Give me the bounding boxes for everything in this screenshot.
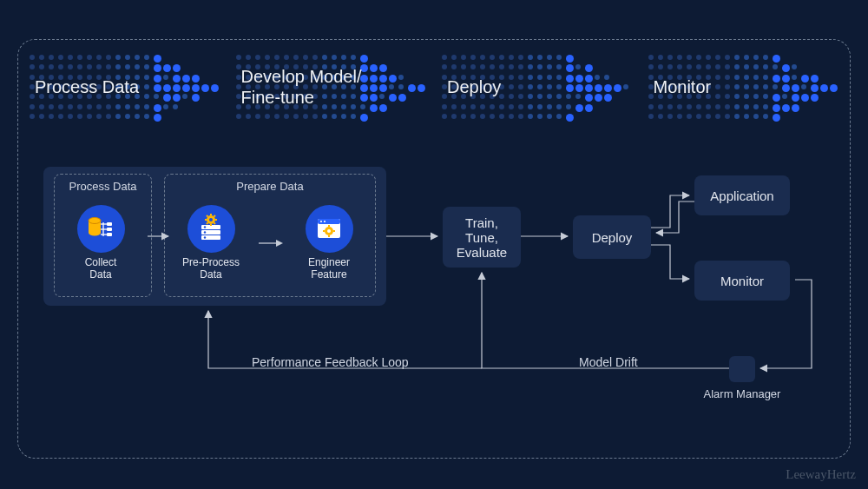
preprocess-data-node: Pre-ProcessData: [172, 205, 250, 281]
performance-feedback-loop-label: Performance Feedback Loop: [252, 355, 409, 369]
svg-line-24: [214, 215, 216, 217]
box-label: Monitor: [720, 274, 764, 288]
server-gear-icon: [187, 205, 235, 253]
svg-point-14: [204, 236, 206, 238]
node-label: Pre-ProcessData: [182, 256, 240, 281]
svg-point-32: [327, 229, 331, 233]
deploy-box: Deploy: [573, 215, 651, 259]
group-body: CollectData: [62, 196, 144, 289]
stage-label: Monitor: [654, 76, 712, 97]
svg-line-22: [214, 223, 216, 225]
model-drift-label: Model Drift: [579, 355, 638, 369]
stage-process-data: Process Data: [26, 52, 224, 122]
svg-rect-7: [107, 228, 112, 231]
svg-point-16: [209, 218, 213, 221]
svg-point-29: [320, 221, 322, 222]
stage-label: Deploy: [447, 76, 501, 97]
svg-rect-6: [107, 222, 112, 226]
alarm-manager-label: Alarm Manager: [694, 387, 790, 400]
node-label: EngineerFeature: [308, 256, 350, 281]
application-box: Application: [694, 175, 790, 215]
database-icon: [77, 205, 125, 253]
box-label: Deploy: [592, 230, 633, 245]
svg-point-13: [204, 231, 206, 233]
group-title: Prepare Data: [172, 178, 368, 196]
watermark: LeewayHertz: [786, 467, 856, 482]
collect-data-node: CollectData: [62, 205, 140, 281]
collect-data-group: Process Data: [54, 174, 152, 297]
stage-label: Develop Model/Fine-tune: [241, 66, 362, 108]
stage-deploy: Deploy: [438, 52, 636, 122]
svg-line-23: [207, 223, 208, 225]
stage-monitor: Monitor: [645, 52, 843, 122]
monitor-box: Monitor: [694, 261, 790, 301]
box-label: Train,Tune,Evaluate: [457, 215, 507, 260]
stage-label: Process Data: [35, 76, 139, 97]
stage-develop-model: Develop Model/Fine-tune: [233, 52, 431, 122]
prepare-data-group: Prepare Data: [164, 174, 376, 297]
stage-header-row: Process Data Develop Model/Fine-tune Dep…: [26, 52, 842, 122]
group-title: Process Data: [62, 178, 144, 196]
process-data-container: Process Data: [43, 167, 386, 306]
svg-marker-26: [276, 240, 283, 247]
group-body: Pre-ProcessData: [172, 196, 368, 289]
svg-line-21: [207, 215, 208, 217]
svg-point-12: [204, 226, 206, 228]
browser-gear-icon: [306, 205, 353, 253]
train-tune-evaluate-box: Train,Tune,Evaluate: [443, 207, 521, 268]
svg-rect-8: [107, 233, 112, 236]
node-label: CollectData: [85, 256, 117, 281]
box-label: Application: [710, 188, 773, 203]
alarm-manager-box: [729, 356, 755, 382]
svg-point-30: [324, 221, 326, 222]
engineer-feature-node: EngineerFeature: [290, 205, 368, 281]
arrow-icon: [257, 235, 283, 252]
